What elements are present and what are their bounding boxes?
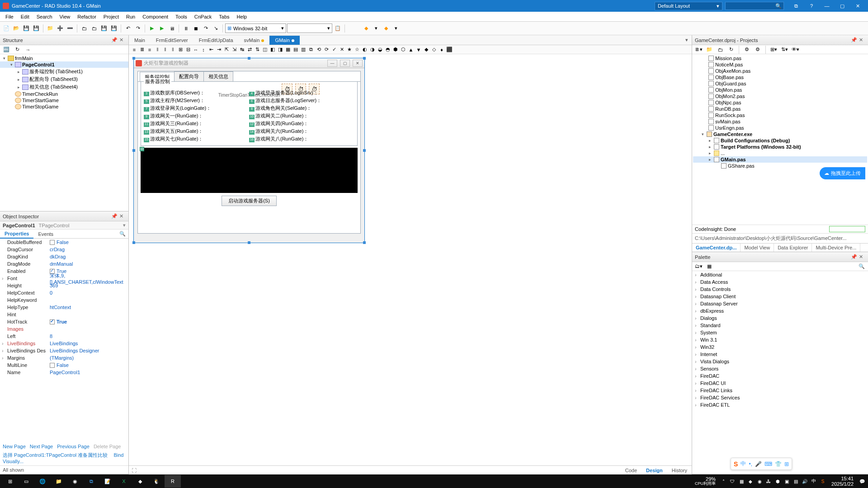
tray-ime-icon[interactable]: 中 bbox=[810, 477, 818, 485]
new-icon[interactable]: 📄 bbox=[2, 24, 11, 33]
align-tool-icon[interactable]: ★ bbox=[346, 46, 353, 53]
palette-categories[interactable]: AdditionalData AccessData ControlsDatasn… bbox=[692, 271, 868, 474]
align-tool-icon[interactable]: ⫴ bbox=[161, 46, 169, 53]
palette-category[interactable]: Internet bbox=[692, 351, 868, 358]
palette-category[interactable]: Win32 bbox=[692, 343, 868, 351]
palette-category[interactable]: Dialogs bbox=[692, 314, 868, 322]
qq-icon[interactable]: 🐧 bbox=[148, 475, 165, 488]
tab-properties[interactable]: Properties bbox=[0, 230, 33, 239]
tray-app-icon[interactable]: ▦ bbox=[737, 477, 745, 485]
ime-keyboard-icon[interactable]: ⌨ bbox=[764, 461, 772, 467]
menu-view[interactable]: View bbox=[56, 13, 74, 21]
align-tool-icon[interactable]: ◇ bbox=[430, 46, 438, 53]
upload-float-button[interactable]: ☁拖拽至此上传 bbox=[820, 167, 865, 179]
menu-search[interactable]: Search bbox=[33, 13, 56, 21]
max-icon[interactable]: ▢ bbox=[340, 60, 350, 67]
palette-category[interactable]: Sensors bbox=[692, 365, 868, 372]
palette-category[interactable]: Datasnap Client bbox=[692, 293, 868, 300]
step-into-icon[interactable]: ↘ bbox=[211, 24, 220, 33]
save3-icon[interactable]: 💾 bbox=[109, 24, 118, 33]
proj-view-icon[interactable]: 👁▾ bbox=[791, 45, 800, 54]
align-tool-icon[interactable]: ⬡ bbox=[400, 46, 407, 53]
step-over-icon[interactable]: ↷ bbox=[201, 24, 210, 33]
tabsheet4[interactable]: 相关信息 bbox=[203, 71, 233, 81]
tray-up-icon[interactable]: ˄ bbox=[719, 477, 727, 485]
deploy-icon[interactable]: 📋 bbox=[333, 24, 342, 33]
maximize-button[interactable]: ▢ bbox=[835, 1, 850, 10]
explorer-icon[interactable]: 📁 bbox=[51, 475, 67, 488]
menu-edit[interactable]: Edit bbox=[17, 13, 33, 21]
align-tool-icon[interactable]: ◒ bbox=[377, 46, 384, 53]
pin-icon[interactable]: 📌 bbox=[111, 213, 118, 220]
tray-app5-icon[interactable]: ▣ bbox=[783, 477, 791, 485]
menu-tools[interactable]: Tools bbox=[172, 13, 191, 21]
align-tool-icon[interactable]: ⬛ bbox=[446, 46, 453, 53]
view-history[interactable]: History bbox=[667, 467, 692, 474]
palette-category[interactable]: Data Controls bbox=[692, 286, 868, 293]
structure-tree[interactable]: ▾frmMain ▾PageControl1 ▸服务端控制 (TabSheet1… bbox=[0, 54, 128, 211]
tray-app3-icon[interactable]: ◉ bbox=[755, 477, 764, 485]
ime-lang-icon[interactable]: 中 bbox=[741, 460, 746, 468]
tabsheet3[interactable]: 配置向导 bbox=[174, 71, 204, 81]
link-next-page[interactable]: Next Page bbox=[30, 444, 53, 449]
align-tool-icon[interactable]: ≣ bbox=[138, 46, 146, 53]
lowtab-project[interactable]: GameCenter.dp... bbox=[692, 244, 741, 252]
tabs-overflow-icon[interactable]: ▾ bbox=[682, 37, 692, 43]
lowtab-data[interactable]: Data Explorer bbox=[774, 244, 812, 252]
add-file-icon[interactable]: ➕ bbox=[56, 24, 65, 33]
view-design[interactable]: Design bbox=[642, 467, 667, 474]
view-code[interactable]: Code bbox=[621, 467, 642, 474]
close-icon[interactable]: ✕ bbox=[859, 254, 865, 260]
tray-app4-icon[interactable]: ⬢ bbox=[774, 477, 782, 485]
tray-app6-icon[interactable]: ▤ bbox=[792, 477, 800, 485]
lowtab-model[interactable]: Model View bbox=[741, 244, 774, 252]
lowtab-multi[interactable]: Multi-Device Pre... bbox=[812, 244, 860, 252]
proj-expand-icon[interactable]: ⊞▾ bbox=[769, 45, 778, 54]
align-tool-icon[interactable]: ⇥ bbox=[215, 46, 222, 53]
palette-category[interactable]: FireDAC Services bbox=[692, 394, 868, 401]
start-button[interactable]: ⊞ bbox=[2, 475, 18, 488]
ime-tool-icon[interactable]: ⊞ bbox=[784, 461, 789, 467]
start-button[interactable]: 启动游戏服务器(S) bbox=[222, 196, 277, 206]
tray-shield-icon[interactable]: 🛡 bbox=[728, 477, 736, 485]
palette-category[interactable]: FireDAC bbox=[692, 372, 868, 380]
refresh-icon[interactable]: ↻ bbox=[13, 45, 22, 54]
proj-new-icon[interactable]: 🗎▾ bbox=[694, 45, 703, 54]
align-tool-icon[interactable]: ⊟ bbox=[184, 46, 192, 53]
pin-icon[interactable]: 📌 bbox=[111, 37, 118, 43]
align-tool-icon[interactable]: ⟲ bbox=[315, 46, 322, 53]
oi-selected[interactable]: PageControl1TPageControl ▾ bbox=[0, 221, 128, 230]
align-tool-icon[interactable]: ⇄ bbox=[246, 46, 253, 53]
align-tool-icon[interactable]: ◧ bbox=[269, 46, 276, 53]
align-tool-icon[interactable]: ⊞ bbox=[177, 46, 184, 53]
proj-remove-icon[interactable]: 🗀 bbox=[716, 45, 725, 54]
tab-frmeditserver[interactable]: FrmEditServer bbox=[151, 36, 193, 45]
align-tool-icon[interactable]: ◓ bbox=[384, 46, 392, 53]
app4-icon[interactable]: ◆ bbox=[132, 475, 148, 488]
stop-icon[interactable]: ⏹ bbox=[191, 24, 200, 33]
memo[interactable]: 10 bbox=[141, 148, 358, 193]
ime-punct-icon[interactable]: •, bbox=[749, 461, 752, 467]
nav-fwd-dd-icon[interactable]: ▾ bbox=[392, 24, 401, 33]
link-new-page[interactable]: New Page bbox=[3, 444, 26, 449]
ime-skin-icon[interactable]: 👕 bbox=[775, 461, 782, 467]
notepad-icon[interactable]: 📝 bbox=[99, 475, 116, 488]
taskview-icon[interactable]: ▭ bbox=[18, 475, 34, 488]
excel-icon[interactable]: X bbox=[116, 475, 132, 488]
tray-app2-icon[interactable]: ◆ bbox=[746, 477, 755, 485]
goto-icon[interactable]: → bbox=[24, 45, 33, 54]
project-tree[interactable]: Mission.pasNoticeM.pasObjAxeMon.pasObjBa… bbox=[692, 54, 868, 225]
align-tool-icon[interactable]: ▦ bbox=[284, 46, 292, 53]
tray-volume-icon[interactable]: 🔊 bbox=[801, 477, 809, 485]
palette-category[interactable]: Win 3.1 bbox=[692, 336, 868, 343]
close-icon[interactable]: ✕ bbox=[353, 60, 363, 67]
align-tool-icon[interactable]: ⫴ bbox=[154, 46, 161, 53]
align-tool-icon[interactable]: ◐ bbox=[361, 46, 368, 53]
proj-sync-icon[interactable]: ↻ bbox=[726, 45, 736, 54]
edge-icon[interactable]: 🌐 bbox=[34, 475, 51, 488]
palette-category[interactable]: Vista Dialogs bbox=[692, 358, 868, 365]
nav-fwd-icon[interactable]: ◆ bbox=[382, 24, 391, 33]
palette-category[interactable]: Data Access bbox=[692, 278, 868, 286]
align-tool-icon[interactable]: ▼ bbox=[415, 46, 422, 53]
palette-category[interactable]: Standard bbox=[692, 322, 868, 329]
